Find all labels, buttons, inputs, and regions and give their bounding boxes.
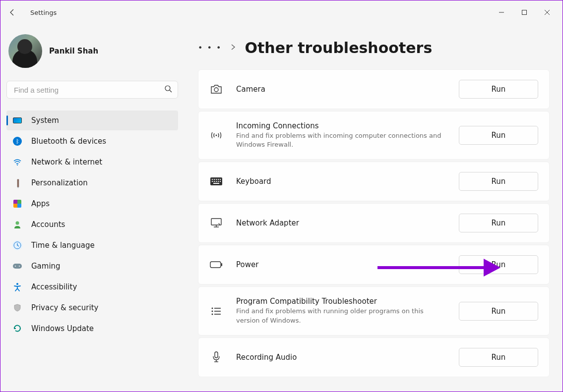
nav-label: Personalization xyxy=(31,178,88,187)
keyboard-icon xyxy=(209,177,223,186)
svg-point-5 xyxy=(16,222,19,225)
nav-label: System xyxy=(31,116,59,125)
nav-item-gaming[interactable]: Gaming xyxy=(6,256,178,276)
troubleshooter-compat: Program Compatibility Troubleshooter Fin… xyxy=(198,286,550,335)
nav-item-time[interactable]: Time & language xyxy=(6,235,178,255)
card-title: Network Adapter xyxy=(236,219,446,227)
nav-label: Apps xyxy=(31,199,50,208)
troubleshooter-network-adapter: Network Adapter Run xyxy=(198,203,550,243)
run-button[interactable]: Run xyxy=(459,214,538,232)
svg-rect-17 xyxy=(218,179,219,180)
gaming-icon xyxy=(12,261,22,271)
svg-point-4 xyxy=(17,165,18,166)
update-icon xyxy=(12,324,22,334)
troubleshooter-incoming: Incoming Connections Find and fix proble… xyxy=(198,111,550,160)
nav-label: Network & internet xyxy=(31,158,102,167)
svg-rect-1 xyxy=(522,10,527,15)
apps-icon xyxy=(12,199,22,209)
nav-item-personalization[interactable]: Personalization xyxy=(6,173,178,193)
run-button[interactable]: Run xyxy=(459,255,538,274)
monitor-icon xyxy=(209,218,223,228)
svg-rect-15 xyxy=(214,179,215,180)
svg-rect-29 xyxy=(221,263,222,266)
profile-name: Pankil Shah xyxy=(49,47,98,56)
nav-label: Bluetooth & devices xyxy=(31,137,106,146)
window-controls xyxy=(490,4,559,20)
run-button[interactable]: Run xyxy=(459,80,538,99)
svg-point-9 xyxy=(19,266,20,267)
main-content: • • • Other troubleshooters Camera Run I… xyxy=(184,24,563,392)
svg-rect-18 xyxy=(220,179,221,180)
nav-label: Windows Update xyxy=(31,324,94,333)
svg-rect-16 xyxy=(216,179,217,180)
card-title: Program Compatibility Troubleshooter xyxy=(236,297,446,306)
svg-rect-36 xyxy=(215,352,218,358)
shield-icon xyxy=(12,303,22,313)
card-title: Keyboard xyxy=(236,177,446,186)
system-icon xyxy=(12,115,22,125)
svg-point-32 xyxy=(212,310,213,312)
svg-point-10 xyxy=(16,283,18,285)
card-title: Power xyxy=(236,260,446,269)
nav-item-accounts[interactable]: Accounts xyxy=(6,215,178,234)
search-input[interactable] xyxy=(6,81,178,99)
run-button[interactable]: Run xyxy=(459,302,538,321)
page-title: Other troubleshooters xyxy=(245,39,432,56)
close-button[interactable] xyxy=(536,4,559,20)
troubleshooter-audio: Recording Audio Run xyxy=(198,337,550,377)
search-box xyxy=(6,81,178,99)
svg-point-30 xyxy=(212,307,213,309)
troubleshooter-camera: Camera Run xyxy=(198,69,550,109)
svg-rect-21 xyxy=(216,181,217,182)
accessibility-icon xyxy=(12,282,22,292)
wifi-icon xyxy=(12,157,22,167)
microphone-icon xyxy=(209,351,223,363)
profile-section[interactable]: Pankil Shah xyxy=(6,30,178,78)
camera-icon xyxy=(209,84,223,94)
brush-icon xyxy=(10,176,24,190)
card-desc: Find and fix problems with incoming comp… xyxy=(236,131,444,149)
nav-item-accessibility[interactable]: Accessibility xyxy=(6,277,178,297)
nav-item-bluetooth[interactable]: ᛒ Bluetooth & devices xyxy=(6,131,178,151)
svg-rect-19 xyxy=(212,181,213,182)
nav-item-apps[interactable]: Apps xyxy=(6,194,178,214)
nav-label: Privacy & security xyxy=(31,303,98,312)
nav-item-network[interactable]: Network & internet xyxy=(6,152,178,172)
nav-item-update[interactable]: Windows Update xyxy=(6,319,178,338)
maximize-button[interactable] xyxy=(513,4,536,20)
bluetooth-icon: ᛒ xyxy=(12,136,22,146)
troubleshooter-keyboard: Keyboard Run xyxy=(198,162,550,201)
breadcrumb-ellipsis[interactable]: • • • xyxy=(198,43,222,53)
svg-rect-22 xyxy=(218,181,219,182)
svg-rect-20 xyxy=(214,181,215,182)
antenna-icon xyxy=(209,130,223,140)
nav-item-privacy[interactable]: Privacy & security xyxy=(6,298,178,318)
nav-label: Gaming xyxy=(31,262,61,271)
run-button[interactable]: Run xyxy=(459,348,538,367)
card-title: Recording Audio xyxy=(236,353,446,362)
run-button[interactable]: Run xyxy=(459,126,538,145)
svg-point-34 xyxy=(212,313,213,315)
nav-item-system[interactable]: System xyxy=(6,111,178,130)
battery-icon xyxy=(209,261,223,269)
avatar xyxy=(8,34,42,68)
run-button[interactable]: Run xyxy=(459,172,538,191)
minimize-button[interactable] xyxy=(490,4,513,20)
svg-point-2 xyxy=(165,86,170,91)
svg-point-11 xyxy=(214,88,218,92)
clock-icon xyxy=(12,240,22,250)
sidebar: Pankil Shah System ᛒ Bluetooth & devices… xyxy=(0,24,184,392)
list-icon xyxy=(209,307,223,316)
search-icon xyxy=(164,85,172,95)
svg-rect-28 xyxy=(210,262,221,268)
svg-rect-7 xyxy=(13,264,22,269)
back-button[interactable] xyxy=(4,4,20,20)
svg-rect-24 xyxy=(213,183,219,184)
titlebar: Settings xyxy=(0,0,563,24)
nav: System ᛒ Bluetooth & devices Network & i… xyxy=(6,111,178,338)
troubleshooter-power: Power Run xyxy=(198,245,550,284)
svg-point-8 xyxy=(15,266,16,267)
account-icon xyxy=(12,220,22,229)
card-desc: Find and fix problems with running older… xyxy=(236,307,444,325)
card-title: Camera xyxy=(236,85,446,94)
